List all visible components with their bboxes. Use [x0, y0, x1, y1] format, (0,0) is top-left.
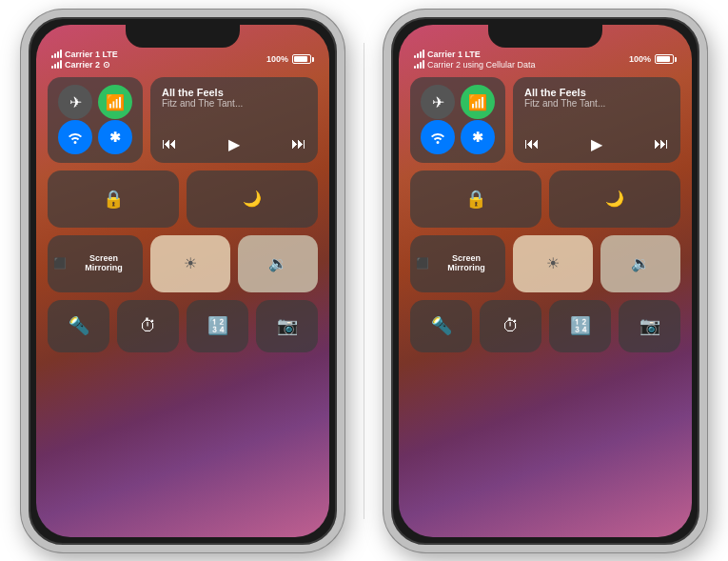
connectivity-block-right: ✈ 📶 ✱	[410, 77, 505, 163]
play-pause-btn-right[interactable]: ▶	[591, 135, 602, 153]
music-controls-left: ⏮ ▶ ⏭	[162, 135, 306, 153]
wifi-icon-right	[421, 120, 455, 154]
calculator-icon-right: 🔢	[570, 315, 591, 336]
airplane-icon-left: ✈	[58, 85, 92, 119]
cc-mid-row-right: 🔒 🌙	[410, 170, 680, 228]
rotation-lock-icon-left: 🔒	[103, 189, 124, 210]
next-track-btn-left[interactable]: ⏭	[291, 135, 306, 152]
volume-down-button-r[interactable]	[384, 190, 385, 232]
volume-up-button-r[interactable]	[384, 141, 385, 183]
flashlight-icon-left: 🔦	[69, 315, 89, 336]
flashlight-btn-right[interactable]: 🔦	[410, 300, 472, 352]
calculator-btn-right[interactable]: 🔢	[549, 300, 611, 352]
power-button[interactable]	[343, 150, 344, 217]
calculator-btn-left[interactable]: 🔢	[187, 300, 248, 352]
timer-icon-right: ⏱	[502, 316, 520, 336]
cc-top-row-right: ✈ 📶 ✱	[410, 77, 680, 163]
camera-icon-left: 📷	[277, 315, 298, 336]
phone-left: Carrier 1 LTE Carrier 2 ⊙ 100	[21, 10, 344, 552]
notch-right	[488, 25, 602, 48]
bar2	[417, 64, 419, 69]
screen-mirror-icon-left: ⬛	[53, 257, 67, 270]
timer-btn-right[interactable]: ⏱	[480, 300, 541, 352]
rotation-lock-btn-right[interactable]: 🔒	[410, 170, 541, 228]
airplane-mode-btn-right[interactable]: ✈	[418, 85, 458, 120]
phone-body-left: Carrier 1 LTE Carrier 2 ⊙ 100	[21, 10, 344, 552]
bar4	[423, 50, 424, 58]
cellular-icon-right: 📶	[461, 85, 495, 119]
carrier2-label-right: Carrier 2 using Cellular Data	[427, 60, 536, 70]
prev-track-btn-left[interactable]: ⏮	[162, 135, 177, 152]
phone-screen-left: Carrier 1 LTE Carrier 2 ⊙ 100	[36, 25, 329, 537]
music-controls-right: ⏮ ▶ ⏭	[524, 135, 669, 153]
cc-tools-row-left: 🔦 ⏱ 🔢 📷	[48, 300, 318, 352]
battery-fill-left	[294, 56, 307, 62]
bar1	[51, 66, 53, 69]
volume-icon-right: 🔉	[631, 254, 650, 272]
flashlight-icon-right: 🔦	[431, 315, 452, 336]
rotation-lock-btn-left[interactable]: 🔒	[48, 170, 179, 228]
do-not-disturb-btn-right[interactable]: 🌙	[549, 170, 680, 228]
status-right-left: 100%	[266, 54, 314, 64]
bar3	[57, 51, 59, 58]
bar2	[54, 53, 56, 58]
volume-btn-left[interactable]: 🔉	[238, 235, 318, 292]
bar2	[54, 64, 56, 69]
screen-mirroring-btn-right[interactable]: ⬛ Screen Mirroring	[410, 235, 505, 292]
flashlight-btn-left[interactable]: 🔦	[48, 300, 109, 352]
cc-tools-row-right: 🔦 ⏱ 🔢 📷	[410, 300, 680, 352]
music-player-left: All the Feels Fitz and The Tant... ⏮ ▶ ⏭	[150, 77, 318, 163]
play-pause-btn-left[interactable]: ▶	[228, 135, 240, 153]
bar3	[420, 51, 422, 58]
airplane-mode-btn-left[interactable]: ✈	[55, 85, 95, 120]
volume-down-button[interactable]	[21, 190, 23, 232]
screen-mirror-label-right: Screen Mirroring	[433, 254, 500, 273]
music-artist-left: Fitz and The Tant...	[162, 98, 306, 109]
battery-body-right	[655, 54, 674, 64]
mute-button[interactable]	[21, 103, 23, 130]
signal-bars-1-right	[414, 50, 424, 58]
signal-bars-1-left	[51, 50, 62, 58]
screen-mirror-icon-right: ⬛	[416, 257, 429, 270]
music-title-left: All the Feels	[162, 87, 306, 98]
timer-btn-left[interactable]: ⏱	[117, 300, 179, 352]
music-info-right: All the Feels Fitz and The Tant...	[524, 87, 669, 109]
bluetooth-btn-left[interactable]: ✱	[95, 120, 135, 155]
battery-percent-right: 100%	[629, 54, 651, 64]
status-left-left: Carrier 1 LTE Carrier 2 ⊙	[51, 50, 118, 70]
bluetooth-btn-right[interactable]: ✱	[458, 120, 498, 155]
battery-percent-left: 100%	[266, 54, 288, 64]
camera-btn-left[interactable]: 📷	[256, 300, 318, 352]
next-track-btn-right[interactable]: ⏭	[654, 135, 669, 152]
phone-divider	[364, 43, 364, 519]
power-button-r[interactable]	[705, 150, 707, 217]
screen-mirror-label-left: Screen Mirroring	[70, 254, 137, 273]
bar3	[420, 62, 422, 69]
phone-screen-right: Carrier 1 LTE Carrier 2 using Cellular D…	[399, 25, 692, 537]
brightness-btn-left[interactable]: ☀	[150, 235, 230, 292]
volume-btn-right[interactable]: 🔉	[600, 235, 680, 292]
camera-btn-right[interactable]: 📷	[619, 300, 680, 352]
cellular-btn-left[interactable]: 📶	[95, 85, 135, 120]
screen-mirroring-btn-left[interactable]: ⬛ Screen Mirroring	[48, 235, 143, 292]
phone-body-right: Carrier 1 LTE Carrier 2 using Cellular D…	[384, 10, 707, 552]
camera-icon-right: 📷	[639, 315, 660, 336]
volume-up-button[interactable]	[21, 141, 23, 183]
carrier1-label-left: Carrier 1 LTE	[65, 50, 118, 59]
bluetooth-icon-right: ✱	[461, 120, 495, 154]
cellular-btn-right[interactable]: 📶	[458, 85, 498, 120]
mute-button-r[interactable]	[384, 103, 385, 130]
bar1	[414, 55, 416, 58]
prev-track-btn-right[interactable]: ⏮	[524, 135, 540, 152]
status-right-right: 100%	[629, 54, 677, 64]
brightness-btn-right[interactable]: ☀	[513, 235, 593, 292]
status-bar-left: Carrier 1 LTE Carrier 2 ⊙ 100	[51, 50, 314, 70]
wifi-btn-left[interactable]	[55, 120, 95, 155]
bar4	[60, 50, 62, 58]
wifi-btn-right[interactable]	[418, 120, 458, 155]
moon-icon-right: 🌙	[605, 190, 624, 208]
rotation-lock-icon-right: 🔒	[465, 189, 486, 210]
cc-slider-row-right: ⬛ Screen Mirroring ☀ 🔉	[410, 235, 680, 292]
carrier2-row-left: Carrier 2 ⊙	[51, 60, 118, 70]
do-not-disturb-btn-left[interactable]: 🌙	[187, 170, 318, 228]
